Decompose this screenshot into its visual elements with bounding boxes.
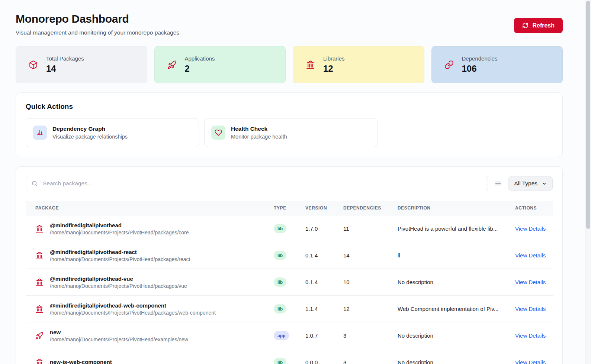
stat-label: Total Packages [46,55,84,62]
package-path: /home/manoj/Documents/Projects/PivotHead… [50,256,190,262]
view-details-link[interactable]: View Details [515,306,546,312]
bank-icon [35,251,44,260]
stat-card[interactable]: Libraries 12 [293,46,424,83]
table-row[interactable]: @mindfiredigital/pivothead-react /home/m… [26,242,553,269]
stat-label: Libraries [323,55,345,62]
package-version: 1.7.0 [305,225,343,232]
package-description: No description [398,332,515,339]
package-description: No description [398,359,515,364]
table-row[interactable]: @mindfiredigital/pivothead-web-component… [26,295,553,322]
stat-card[interactable]: Dependencies 106 [431,46,563,83]
page-title: Monorepo Dashboard [16,13,179,25]
column-header-package: PACKAGE [26,205,274,211]
link-icon [444,60,454,69]
refresh-label: Refresh [532,22,555,29]
stat-label: Dependencies [462,55,498,62]
packages-panel: All Types PACKAGE TYPE VERSION DEPENDENC… [16,166,563,364]
stat-label: Applications [185,55,215,62]
quick-actions-panel: Quick Actions Dependency Graph Visualize… [16,92,563,157]
quick-action-card[interactable]: Health Check Monitor package health [204,118,378,147]
table-row[interactable]: @mindfiredigital/pivothead-vue /home/man… [26,269,553,295]
type-badge: lib [274,251,286,260]
refresh-button[interactable]: Refresh [514,18,563,33]
package-dependencies-count: 10 [343,279,398,285]
search-input[interactable] [42,180,482,187]
package-path: /home/manoj/Documents/Projects/PivotHead… [50,230,189,235]
view-details-link[interactable]: View Details [515,225,546,232]
search-box[interactable] [26,176,488,191]
packages-toolbar: All Types [26,176,553,191]
package-dependencies-count: 3 [343,332,398,339]
refresh-icon [522,22,529,29]
chevron-down-icon [542,181,547,186]
stat-value: 106 [462,64,498,74]
package-name: new [50,329,188,335]
table-row[interactable]: @mindfiredigital/pivothead /home/manoj/D… [26,215,553,242]
package-dependencies-count: 12 [343,306,398,312]
package-description: ll [398,252,515,259]
package-version: 1.1.4 [305,306,343,312]
column-header-version: VERSION [305,205,343,211]
package-dependencies-count: 11 [343,225,398,232]
page-header: Monorepo Dashboard Visual management and… [16,13,563,36]
stat-value: 2 [185,64,215,74]
column-header-type: TYPE [274,205,305,211]
package-dependencies-count: 14 [343,252,398,259]
table-row[interactable]: new /home/manoj/Documents/Projects/Pivot… [26,322,553,349]
package-description: Web Component implementation of Piv... [398,306,515,312]
package-path: /home/manoj/Documents/Projects/PivotHead… [50,283,187,289]
type-filter-value: All Types [514,180,537,187]
column-header-actions: ACTIONS [515,205,553,211]
quick-action-title: Health Check [231,126,287,132]
package-icon [29,60,38,69]
quick-action-card[interactable]: Dependency Graph Visualize package relat… [26,118,199,147]
type-badge: lib [274,224,286,233]
package-name: new-js-web-component [50,359,112,364]
package-dependencies-count: 3 [343,359,398,364]
rocket-icon [167,60,177,69]
package-name: @mindfiredigital/pivothead-vue [50,276,187,282]
column-header-dependencies: DEPENDENCIES [343,205,398,211]
stat-card[interactable]: Applications 2 [154,46,286,83]
package-version: 1.0.7 [305,332,343,339]
package-name: @mindfiredigital/pivothead-web-component [50,302,216,309]
table-header-row: PACKAGE TYPE VERSION DEPENDENCIES DESCRI… [26,201,553,215]
stat-value: 12 [323,64,345,74]
scrollbar[interactable] [585,0,591,364]
stat-card[interactable]: Total Packages 14 [16,46,147,83]
type-badge: app [274,331,289,340]
bank-icon [306,60,315,69]
package-version: 0.1.4 [305,279,343,285]
quick-action-subtitle: Monitor package health [231,134,287,140]
view-details-link[interactable]: View Details [515,359,546,364]
bank-icon [35,305,44,313]
filter-lines-icon [494,180,502,187]
package-version: 0.1.4 [305,252,343,259]
bank-icon [35,358,44,364]
bank-icon [35,278,44,286]
rocket-icon [35,332,44,340]
quick-actions-heading: Quick Actions [26,103,553,111]
type-filter-select[interactable]: All Types [508,176,553,191]
package-name: @mindfiredigital/pivothead-react [50,249,190,255]
scrollbar-thumb[interactable] [586,1,590,229]
header-text: Monorepo Dashboard Visual management and… [16,13,179,36]
view-details-link[interactable]: View Details [515,279,546,285]
quick-actions-list: Dependency Graph Visualize package relat… [26,118,553,147]
type-badge: lib [274,304,286,313]
package-name: @mindfiredigital/pivothead [50,222,189,228]
quick-action-title: Dependency Graph [52,126,128,132]
package-path: /home/manoj/Documents/Projects/PivotHead… [50,337,188,342]
view-details-link[interactable]: View Details [515,252,546,259]
dashboard-content: Monorepo Dashboard Visual management and… [16,0,563,364]
type-badge: lib [274,277,286,287]
type-badge: lib [274,358,286,364]
stats-cards: Total Packages 14 Applications 2 Librari… [16,46,563,83]
package-description: PivotHead is a powerful and flexible lib… [398,225,515,232]
table-body: @mindfiredigital/pivothead /home/manoj/D… [26,215,553,364]
view-details-link[interactable]: View Details [515,332,546,339]
packages-table: PACKAGE TYPE VERSION DEPENDENCIES DESCRI… [26,201,553,364]
table-row[interactable]: new-js-web-component lib 0.0.0 3 No desc… [26,349,553,364]
stat-value: 14 [46,64,84,74]
bar-chart-icon [33,126,47,140]
